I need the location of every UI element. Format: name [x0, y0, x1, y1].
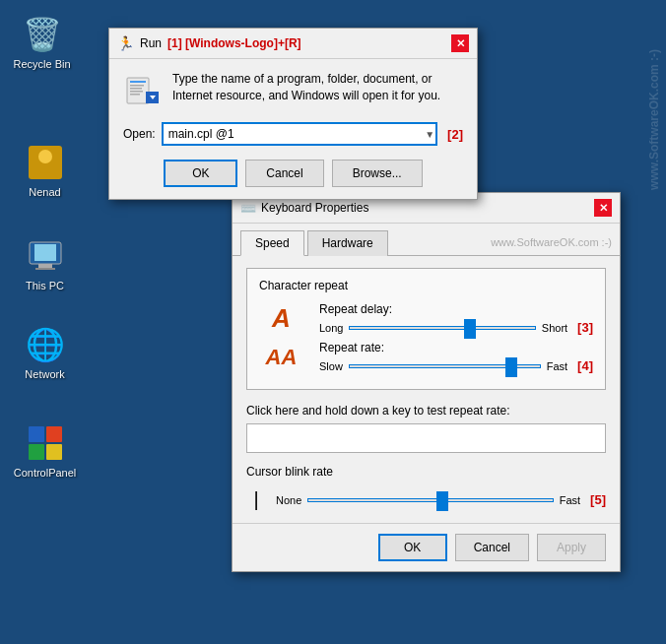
- svg-point-1: [38, 150, 52, 163]
- watermark-text: www.SoftwareOK.com :-): [647, 49, 661, 190]
- nenad-label: Nenad: [29, 186, 60, 199]
- control-panel-label: ControlPanel: [14, 467, 77, 480]
- run-buttons-row: OK Cancel Browse...: [123, 160, 463, 187]
- tab-hardware[interactable]: Hardware: [307, 230, 388, 256]
- cursor-fast-label: Fast: [560, 494, 580, 506]
- repeat-rate-controls: Repeat rate: Slow Fast [4]: [319, 341, 593, 373]
- svg-rect-3: [34, 244, 56, 261]
- repeat-delay-controls: Repeat delay: Long Short [3]: [319, 302, 593, 335]
- kbd-body: Speed Hardware www.SoftwareOK.com :-) Ch…: [233, 224, 620, 571]
- svg-rect-12: [130, 85, 144, 87]
- run-browse-button[interactable]: Browse...: [332, 160, 423, 187]
- run-description: Type the name of a program, folder, docu…: [172, 71, 463, 104]
- cursor-bar: |: [246, 488, 266, 511]
- repeat-rate-slider-row: Slow Fast [4]: [319, 358, 593, 373]
- run-hint-2: [2]: [447, 127, 463, 142]
- control-panel-icon: [26, 423, 65, 463]
- repeat-delay-track[interactable]: [349, 326, 535, 330]
- run-title-text: Run: [140, 36, 162, 50]
- desktop-icon-nenad[interactable]: Nenad: [8, 143, 82, 199]
- character-repeat-section: Character repeat A Repeat delay: Long Sh…: [246, 268, 606, 390]
- desktop-icon-control-panel[interactable]: ControlPanel: [8, 423, 82, 480]
- kbd-title-icon: ⌨️: [240, 201, 256, 216]
- run-cancel-button[interactable]: Cancel: [245, 160, 323, 187]
- repeat-delay-label: Repeat delay:: [319, 302, 593, 316]
- svg-rect-9: [46, 444, 62, 460]
- kbd-watermark: www.SoftwareOK.com :-): [491, 236, 612, 248]
- test-area-label: Click here and hold down a key to test r…: [246, 404, 606, 418]
- run-open-label: Open:: [123, 127, 156, 141]
- run-title-left: 🏃 Run [1] [Windows-Logo]+[R]: [117, 35, 301, 51]
- kbd-buttons-row: OK Cancel Apply: [233, 523, 620, 571]
- kbd-apply-button[interactable]: Apply: [537, 534, 606, 561]
- desktop-icon-recycle-bin[interactable]: 🗑️ Recycle Bin: [5, 15, 79, 71]
- repeat-rate-track[interactable]: [349, 364, 541, 368]
- svg-rect-5: [35, 268, 55, 270]
- hint-3: [3]: [577, 320, 593, 335]
- repeat-rate-row: AA Repeat rate: Slow Fast [4]: [259, 341, 593, 373]
- hint-5: [5]: [590, 492, 606, 507]
- repeat-delay-slider-row: Long Short [3]: [319, 320, 593, 335]
- kbd-title-text: Keyboard Properties: [261, 201, 368, 215]
- repeat-rate-thumb[interactable]: [505, 357, 517, 377]
- kbd-content: Character repeat A Repeat delay: Long Sh…: [233, 256, 620, 523]
- svg-rect-13: [130, 88, 142, 90]
- run-body: Type the name of a program, folder, docu…: [109, 59, 477, 199]
- run-icon-small: 🏃: [117, 35, 134, 51]
- run-title-hint: [1] [Windows-Logo]+[R]: [167, 36, 301, 50]
- cursor-none-label: None: [276, 494, 301, 506]
- hint-4: [4]: [577, 358, 593, 373]
- repeat-rate-label: Repeat rate:: [319, 341, 593, 354]
- run-dialog-icon: [123, 71, 163, 110]
- cursor-blink-row: | None Fast [5]: [246, 488, 606, 511]
- kbd-ok-button[interactable]: OK: [378, 534, 447, 561]
- kbd-cancel-button[interactable]: Cancel: [455, 534, 529, 561]
- run-ok-button[interactable]: OK: [164, 160, 237, 187]
- run-title-bar: 🏃 Run [1] [Windows-Logo]+[R] ✕: [109, 29, 477, 59]
- run-input-wrapper: ▼: [162, 122, 437, 146]
- run-dialog: 🏃 Run [1] [Windows-Logo]+[R] ✕ Type the: [108, 28, 478, 200]
- nenad-icon: [26, 143, 65, 182]
- tab-speed[interactable]: Speed: [240, 230, 304, 256]
- network-label: Network: [25, 368, 64, 381]
- this-pc-icon: [26, 236, 65, 276]
- svg-rect-11: [130, 81, 146, 83]
- test-input[interactable]: [246, 423, 606, 453]
- rate-slow-label: Slow: [319, 360, 343, 372]
- run-close-button[interactable]: ✕: [451, 34, 469, 52]
- this-pc-label: This PC: [26, 280, 64, 292]
- run-top-section: Type the name of a program, folder, docu…: [123, 71, 463, 110]
- delay-long-label: Long: [319, 322, 343, 334]
- delay-short-label: Short: [542, 322, 567, 334]
- svg-rect-7: [46, 426, 62, 442]
- kbd-title-left: ⌨️ Keyboard Properties: [240, 201, 368, 216]
- run-open-row: Open: ▼ [2]: [123, 122, 463, 146]
- svg-rect-4: [38, 264, 52, 268]
- char-icon-aa: AA: [259, 345, 303, 370]
- kbd-tabs-row: Speed Hardware www.SoftwareOK.com :-): [233, 224, 620, 256]
- svg-rect-14: [130, 91, 143, 93]
- desktop-icon-network[interactable]: 🌐 Network: [8, 325, 82, 381]
- recycle-bin-label: Recycle Bin: [13, 58, 70, 71]
- cursor-blink-slider-row: None Fast [5]: [276, 492, 606, 507]
- character-repeat-title: Character repeat: [259, 279, 593, 292]
- recycle-bin-icon: 🗑️: [23, 15, 62, 54]
- repeat-delay-thumb[interactable]: [464, 319, 476, 339]
- cursor-blink-title: Cursor blink rate: [246, 465, 606, 479]
- desktop-icon-this-pc[interactable]: This PC: [8, 236, 82, 292]
- svg-rect-6: [29, 426, 44, 442]
- cursor-blink-thumb[interactable]: [436, 491, 448, 511]
- keyboard-dialog: ⌨️ Keyboard Properties ✕ Speed Hardware …: [232, 192, 621, 572]
- rate-fast-label: Fast: [547, 360, 567, 372]
- repeat-delay-row: A Repeat delay: Long Short [3]: [259, 302, 593, 335]
- char-icon-a: A: [259, 303, 303, 334]
- network-icon: 🌐: [26, 325, 65, 364]
- cursor-blink-section: Cursor blink rate | None Fast [5]: [246, 465, 606, 511]
- run-input[interactable]: [162, 122, 437, 146]
- svg-rect-8: [29, 444, 44, 460]
- cursor-blink-track[interactable]: [307, 498, 553, 502]
- kbd-close-button[interactable]: ✕: [594, 199, 612, 217]
- svg-rect-15: [130, 94, 140, 96]
